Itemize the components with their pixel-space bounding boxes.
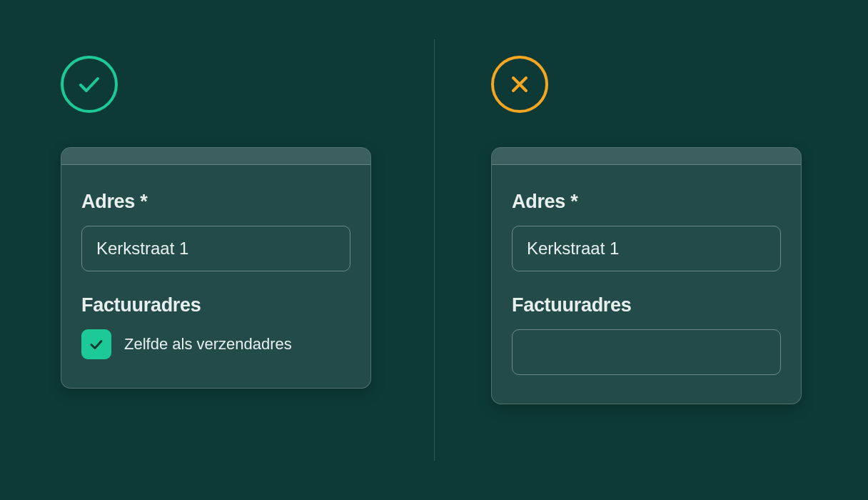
check-circle-icon: [61, 56, 118, 113]
card-body: Adres * Factuuradres: [492, 165, 801, 404]
billing-field-group: Factuuradres: [512, 294, 781, 375]
address-label: Adres *: [81, 191, 350, 213]
address-label: Adres *: [512, 191, 781, 213]
form-card-good: Adres * Factuuradres Zelfde als verzenda…: [61, 147, 371, 389]
billing-field-group: Factuuradres Zelfde als verzendadres: [81, 294, 350, 359]
billing-label: Factuuradres: [81, 294, 350, 316]
x-circle-icon: [491, 56, 548, 113]
check-icon: [88, 336, 105, 353]
address-input[interactable]: [81, 226, 350, 271]
example-panel-good: Adres * Factuuradres Zelfde als verzenda…: [61, 56, 371, 389]
card-titlebar: [61, 148, 370, 165]
address-field-group: Adres *: [512, 191, 781, 271]
billing-label: Factuuradres: [512, 294, 781, 316]
same-as-shipping-label: Zelfde als verzendadres: [124, 335, 292, 354]
same-as-shipping-row: Zelfde als verzendadres: [81, 329, 350, 359]
card-body: Adres * Factuuradres Zelfde als verzenda…: [61, 165, 370, 388]
example-panel-bad: Adres * Factuuradres: [491, 56, 802, 404]
card-titlebar: [492, 148, 801, 165]
same-as-shipping-checkbox[interactable]: [81, 329, 111, 359]
address-field-group: Adres *: [81, 191, 350, 271]
form-card-bad: Adres * Factuuradres: [491, 147, 802, 404]
billing-input[interactable]: [512, 329, 781, 375]
address-input[interactable]: [512, 226, 781, 271]
vertical-divider: [434, 39, 435, 461]
